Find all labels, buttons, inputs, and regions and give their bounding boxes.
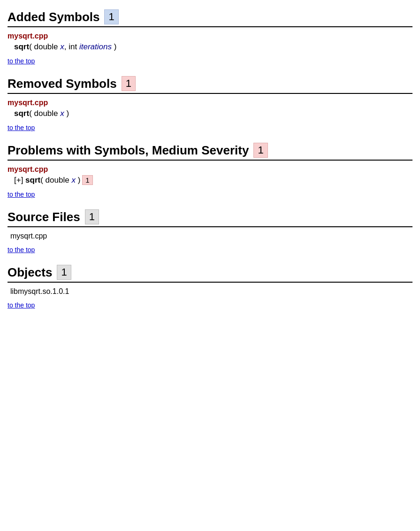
removed-symbols-file: mysqrt.cpp [8, 99, 412, 107]
source-files-item: mysqrt.cpp [10, 232, 412, 240]
problems-symbols-title: Problems with Symbols, Medium Severity [8, 143, 249, 158]
added-symbols-params-after: , int [64, 42, 79, 51]
removed-symbols-badge: 1 [122, 76, 136, 91]
added-symbols-top-link[interactable]: to the top [8, 57, 35, 65]
problems-symbols-params-end: ) [76, 176, 80, 185]
objects-header: Objects 1 [8, 265, 412, 280]
added-symbols-divider [8, 26, 412, 27]
added-symbols-params-end: ) [112, 42, 116, 51]
source-files-header: Source Files 1 [8, 209, 412, 224]
removed-symbols-title: Removed Symbols [8, 77, 117, 91]
added-symbols-title: Added Symbols [8, 10, 99, 24]
added-symbols-badge: 1 [104, 9, 118, 24]
problems-symbols-params1: ( double [40, 176, 71, 185]
added-symbols-file: mysqrt.cpp [8, 32, 412, 40]
objects-item: libmysqrt.so.1.0.1 [10, 287, 412, 296]
problems-symbols-badge: 1 [253, 143, 267, 158]
added-symbols-header: Added Symbols 1 [8, 9, 412, 24]
source-files-top-link[interactable]: to the top [8, 246, 35, 254]
problems-symbols-section: Problems with Symbols, Medium Severity 1… [8, 143, 412, 205]
added-symbols-func-name: sqrt [14, 42, 29, 51]
added-symbols-symbol-line: sqrt( double x, int iterations ) [14, 42, 412, 52]
problems-symbols-func-name: sqrt [25, 176, 40, 185]
problems-symbols-top-link[interactable]: to the top [8, 191, 35, 198]
objects-badge: 1 [57, 265, 71, 280]
problems-symbols-inline-badge: 1 [82, 175, 92, 185]
removed-symbols-param-x: x [60, 109, 64, 118]
added-symbols-param-iterations: iterations [79, 42, 112, 51]
problems-symbols-file: mysqrt.cpp [8, 165, 412, 174]
objects-section: Objects 1 libmysqrt.so.1.0.1 to the top [8, 265, 412, 316]
problems-symbols-symbol-line: [+] sqrt( double x )1 [14, 176, 412, 185]
added-symbols-params1: ( double [29, 42, 60, 51]
added-symbols-param-x: x [60, 42, 64, 51]
problems-symbols-bracket: [+] [14, 176, 25, 185]
objects-top-link[interactable]: to the top [8, 301, 35, 309]
objects-title: Objects [8, 265, 52, 280]
problems-symbols-param-x: x [71, 176, 76, 185]
source-files-badge: 1 [85, 209, 99, 224]
objects-divider [8, 282, 412, 283]
source-files-section: Source Files 1 mysqrt.cpp to the top [8, 209, 412, 260]
added-symbols-section: Added Symbols 1 mysqrt.cpp sqrt( double … [8, 9, 412, 71]
removed-symbols-section: Removed Symbols 1 mysqrt.cpp sqrt( doubl… [8, 76, 412, 138]
problems-symbols-header: Problems with Symbols, Medium Severity 1 [8, 143, 412, 158]
removed-symbols-header: Removed Symbols 1 [8, 76, 412, 91]
source-files-title: Source Files [8, 210, 80, 224]
removed-symbols-top-link[interactable]: to the top [8, 124, 35, 131]
removed-symbols-func-name: sqrt [14, 109, 29, 118]
removed-symbols-symbol-line: sqrt( double x ) [14, 109, 412, 118]
removed-symbols-divider [8, 93, 412, 94]
removed-symbols-params1: ( double [29, 109, 60, 118]
source-files-divider [8, 226, 412, 227]
problems-symbols-divider [8, 160, 412, 161]
removed-symbols-params-end: ) [64, 109, 69, 118]
